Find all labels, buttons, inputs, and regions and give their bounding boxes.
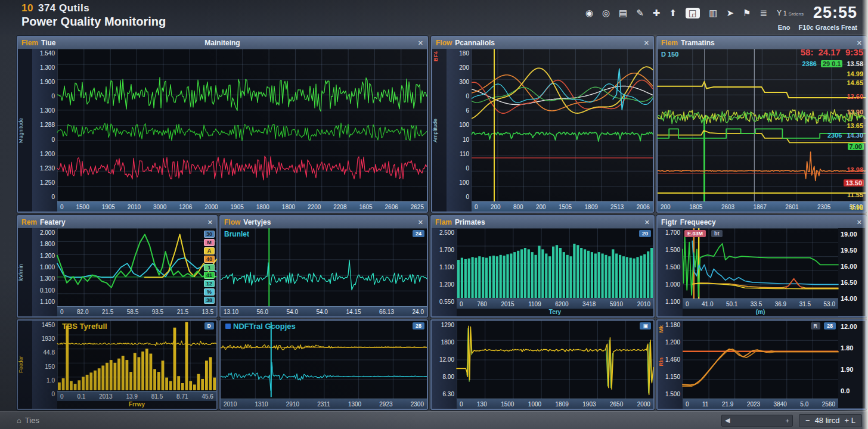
panel-header[interactable]: Flam Primates ✕ bbox=[432, 216, 653, 228]
tick-label: 1450 bbox=[42, 322, 55, 328]
tick-label: 16.00 bbox=[841, 263, 857, 270]
chart-featery[interactable]: 30MA4014112%38 bbox=[57, 228, 216, 306]
chart-ndftral-gcopjes[interactable]: NDFTral Gcopjes 28 bbox=[221, 321, 427, 399]
close-icon[interactable]: ✕ bbox=[857, 219, 862, 226]
power-icon[interactable]: ◎ bbox=[602, 8, 610, 18]
chart-trend-orange[interactable]: R 28 bbox=[683, 321, 838, 399]
chart-primates[interactable]: 20 bbox=[457, 228, 653, 299]
tick-label: 2013 bbox=[99, 393, 112, 400]
tick-label: 8.71 bbox=[176, 393, 188, 400]
zoom-out-button[interactable]: − bbox=[805, 416, 810, 425]
legend-badge[interactable]: 1 bbox=[204, 264, 215, 271]
flag-icon[interactable]: ⚑ bbox=[743, 8, 751, 18]
scrollbar[interactable]: ◀ + bbox=[721, 415, 793, 427]
legend-badge[interactable]: 38 bbox=[204, 297, 215, 304]
scroll-plus-icon[interactable]: + bbox=[786, 417, 789, 424]
legend-badge[interactable]: % bbox=[204, 288, 215, 296]
tick-label: 36.9 bbox=[775, 301, 786, 307]
y-axis-title: kV/min bbox=[18, 228, 32, 316]
close-icon[interactable]: ✕ bbox=[418, 219, 423, 226]
panel-primates: Flam Primates ✕ 2.5001.7001.1001.2000.55… bbox=[430, 215, 655, 318]
legend-badge[interactable]: 40 bbox=[204, 256, 215, 263]
chart-trend-yellow[interactable]: ▣ bbox=[457, 321, 653, 399]
status-right: F10c Gracels Freat bbox=[799, 24, 857, 31]
zoom-in-button[interactable]: + L bbox=[845, 416, 855, 425]
count-badge[interactable]: 28 bbox=[824, 322, 836, 329]
legend-badge[interactable]: 30 bbox=[204, 231, 215, 238]
crosshair-icon[interactable]: ✚ bbox=[653, 8, 661, 18]
user-indicator[interactable]: Y1Srdens bbox=[777, 9, 804, 17]
chart-vertyjes[interactable]: Brunlet 24 bbox=[221, 228, 427, 306]
tick-label: 1800 bbox=[256, 204, 269, 210]
panel-title-prefix: Flam bbox=[435, 218, 452, 226]
mode-badge[interactable]: R bbox=[811, 322, 821, 329]
tick-label: 1.800 bbox=[40, 241, 55, 247]
y-axis-right: 19.0019.5016.0016.5014.00 bbox=[838, 228, 866, 316]
panel-header[interactable]: Rem Featery ✕ bbox=[18, 216, 216, 228]
alarm-badge[interactable]: E.03M bbox=[684, 230, 706, 237]
view-badge[interactable]: ▣ bbox=[640, 322, 651, 329]
panel-header[interactable]: Flem Tiue Mainiteing ✕ bbox=[18, 37, 427, 49]
close-icon[interactable]: ✕ bbox=[644, 39, 649, 47]
pointer-tool-icon[interactable]: ◲ bbox=[686, 8, 700, 18]
scroll-left-icon[interactable]: ◀ bbox=[725, 416, 730, 424]
count-badge[interactable]: D bbox=[204, 322, 215, 329]
legend: 30MA4014112%38 bbox=[204, 231, 215, 304]
chart-frequeecy[interactable]: E.03M bt bbox=[683, 228, 838, 299]
tick-label: 1867 bbox=[754, 204, 767, 210]
count-badge[interactable]: 28 bbox=[413, 322, 424, 329]
tick-label: 1.90 bbox=[841, 366, 853, 373]
tick-label: 1905 bbox=[102, 204, 115, 210]
tick-label: 2300 bbox=[411, 401, 424, 408]
tick-label: 1.100 bbox=[439, 264, 454, 271]
tick-label: 1905 bbox=[231, 204, 244, 210]
chart-tbs-tyrefull[interactable]: TBS Tyrefull D bbox=[57, 321, 216, 391]
axis-unit-top: Mk bbox=[658, 325, 664, 333]
tick-label: 2010 bbox=[128, 204, 141, 210]
counter-value: 10 bbox=[21, 2, 33, 14]
legend-badge[interactable]: A bbox=[204, 247, 215, 254]
tick-label: 50.1 bbox=[726, 301, 737, 307]
tick-label: 8.00 bbox=[443, 374, 454, 380]
legend-badge[interactable]: M bbox=[204, 239, 215, 246]
send-icon[interactable]: ➤ bbox=[726, 8, 734, 18]
upload-icon[interactable]: ⬆ bbox=[669, 8, 677, 18]
tick-label: 1.000 bbox=[40, 264, 55, 271]
panel-header[interactable]: Flow Pcannaliols ✕ bbox=[432, 37, 653, 49]
layers-icon[interactable]: ≣ bbox=[760, 8, 767, 18]
panel-header[interactable]: Flem Tramatins ✕ bbox=[658, 37, 866, 49]
legend-badge[interactable]: 12 bbox=[204, 280, 215, 287]
zoom-control[interactable]: − 48 lircd + L bbox=[799, 414, 862, 427]
tick-label: 0 bbox=[460, 301, 463, 307]
chart-mainiteing[interactable] bbox=[57, 49, 427, 201]
panel-header[interactable]: Figtr Frequeecy ✕ bbox=[658, 216, 866, 228]
table-icon[interactable]: ▤ bbox=[619, 8, 627, 18]
tick-label: 0 bbox=[466, 165, 469, 172]
toolbar-icons: ◉◎▤✎✚⬆◲▥➤⚑≣ bbox=[585, 8, 767, 18]
x-axis: 00.1201313.981.58.7145.6 bbox=[57, 391, 216, 401]
columns-icon[interactable]: ▥ bbox=[709, 8, 717, 18]
view-controls: ◀ + − 48 lircd + L bbox=[721, 414, 862, 427]
pencil-icon[interactable]: ✎ bbox=[636, 8, 644, 18]
close-icon[interactable]: ✕ bbox=[207, 219, 213, 226]
chart-pcannaliols[interactable] bbox=[472, 49, 653, 201]
status-line: Eno F10c Gracels Freat bbox=[778, 24, 857, 31]
x-axis: 0760201511096200341859102010 bbox=[457, 299, 653, 309]
count-badge[interactable]: 20 bbox=[639, 230, 651, 237]
count-badge[interactable]: 24 bbox=[413, 230, 424, 237]
panel-title: Frequeecy bbox=[680, 218, 716, 226]
home-tab[interactable]: ⌂ Ties bbox=[17, 416, 39, 425]
corner-unit-label: BF4 bbox=[433, 51, 439, 61]
tick-label: 0 bbox=[60, 309, 64, 315]
chart-tramatins[interactable]: D 150 58:24.179:35238629 0.113.5814.9914… bbox=[658, 49, 866, 201]
tick-label: 12.00 bbox=[841, 323, 857, 330]
close-icon[interactable]: ✕ bbox=[857, 39, 862, 47]
tick-label: 2305 bbox=[817, 204, 830, 210]
avatar-icon[interactable]: ◉ bbox=[585, 8, 593, 18]
panel-title: Pcannaliols bbox=[455, 39, 495, 47]
close-icon[interactable]: ✕ bbox=[644, 219, 650, 226]
close-icon[interactable]: ✕ bbox=[418, 39, 423, 47]
legend-badge[interactable]: 41 bbox=[204, 272, 215, 279]
x-axis: 082.021.558.593.521.513.5 bbox=[57, 306, 216, 316]
panel-header[interactable]: Flow Vertyjes ✕ bbox=[221, 216, 427, 228]
